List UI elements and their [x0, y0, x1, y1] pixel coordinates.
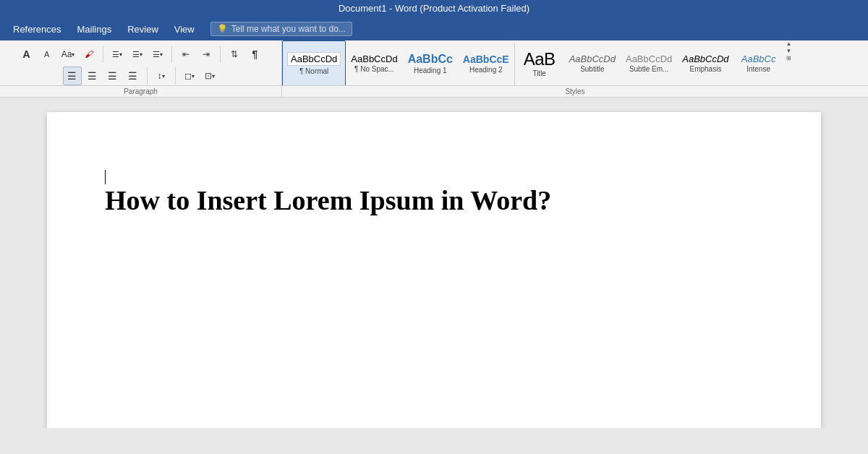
- ribbon: A A Aa ▾ 🖌 ☰▾ ☰▾ ☰▾ ⇤ ⇥: [0, 40, 868, 98]
- menu-mailings[interactable]: Mailings: [69, 21, 119, 38]
- search-placeholder: Tell me what you want to do...: [231, 24, 346, 34]
- style-heading2[interactable]: AaBbCcE Heading 2: [458, 40, 514, 87]
- style-nospace[interactable]: AaBbCcDd ¶ No Spac...: [346, 40, 402, 87]
- paragraph-section: A A Aa ▾ 🖌 ☰▾ ☰▾ ☰▾ ⇤ ⇥: [0, 40, 282, 97]
- menu-references[interactable]: References: [6, 21, 68, 38]
- line-spacing-btn[interactable]: ↕▾: [152, 67, 171, 85]
- search-box[interactable]: 💡 Tell me what you want to do...: [210, 22, 352, 36]
- style-intense-label: Intense: [746, 65, 770, 73]
- style-subtitle[interactable]: AaBbCcDd Subtitle: [564, 40, 621, 87]
- style-intense-preview: AaBbCc: [741, 54, 776, 64]
- style-emphasis-label: Emphasis: [689, 65, 721, 73]
- style-title[interactable]: AaB Title: [515, 40, 564, 87]
- styles-area: AaBbCcDd ¶ Normal AaBbCcDd ¶ No Spac... …: [282, 40, 868, 97]
- menu-review[interactable]: Review: [120, 21, 166, 38]
- sep4: [147, 67, 148, 85]
- title-text: Document1 - Word (Product Activation Fai…: [339, 3, 529, 14]
- document-page[interactable]: How to Insert Lorem Ipsum in Word?: [47, 112, 821, 428]
- multilevel-list-btn[interactable]: ☰▾: [148, 45, 167, 64]
- style-h1-label: Heading 1: [414, 67, 447, 74]
- style-intense[interactable]: AaBbCc Intense: [734, 40, 783, 87]
- menu-view[interactable]: View: [167, 21, 202, 38]
- sep2: [171, 46, 172, 63]
- style-subtitle-preview: AaBbCcDd: [569, 54, 616, 64]
- style-nospace-label: ¶ No Spac...: [354, 65, 394, 73]
- style-title-preview: AaB: [524, 51, 556, 68]
- style-h2-preview: AaBbCcE: [463, 54, 509, 64]
- numbering-btn[interactable]: ☰▾: [128, 45, 147, 64]
- style-emphasis[interactable]: AaBbCcDd Emphasis: [677, 40, 733, 87]
- style-normal[interactable]: AaBbCcDd ¶ Normal: [282, 40, 346, 87]
- style-emphasis-preview: AaBbCcDd: [682, 54, 728, 64]
- borders-btn[interactable]: ⊡▾: [200, 67, 219, 85]
- shading-btn[interactable]: ◻▾: [180, 67, 199, 85]
- font-size-increase-btn[interactable]: A: [38, 45, 56, 64]
- style-subtitle-label: Subtitle: [580, 65, 604, 73]
- document-heading: How to Insert Lorem Ipsum in Word?: [105, 184, 763, 216]
- style-h2-label: Heading 2: [469, 66, 503, 74]
- align-left-btn[interactable]: ☰: [63, 67, 82, 85]
- document-container: How to Insert Lorem Ipsum in Word?: [0, 98, 868, 428]
- sort-btn[interactable]: ⇅: [225, 45, 244, 64]
- align-right-btn[interactable]: ☰: [103, 67, 122, 85]
- style-h1-preview: AaBbCc: [408, 53, 453, 65]
- sep3: [220, 46, 221, 63]
- paragraph-label: Paragraph: [0, 85, 281, 97]
- align-justify-btn[interactable]: ☰: [124, 67, 142, 85]
- style-normal-preview: AaBbCcDd: [287, 52, 341, 66]
- title-bar: Document1 - Word (Product Activation Fai…: [0, 0, 868, 17]
- styles-scroll-down[interactable]: ▼: [786, 48, 792, 55]
- styles-label: Styles: [282, 85, 868, 97]
- decrease-indent-btn[interactable]: ⇤: [176, 45, 195, 64]
- styles-scroll-up[interactable]: ▲: [786, 40, 792, 48]
- styles-expand[interactable]: ⊞: [786, 55, 792, 62]
- text-cursor: [105, 170, 106, 184]
- style-subtle-label: Subtle Em...: [629, 65, 668, 73]
- sep1: [103, 46, 103, 63]
- increase-indent-btn[interactable]: ⇥: [197, 45, 216, 64]
- font-format-btn[interactable]: Aa ▾: [58, 45, 79, 64]
- style-normal-label: ¶ Normal: [299, 67, 328, 75]
- lightbulb-icon: 💡: [217, 24, 228, 34]
- sep5: [175, 67, 176, 85]
- font-size-decrease-btn[interactable]: A: [17, 45, 36, 64]
- menu-bar: References Mailings Review View 💡 Tell m…: [0, 17, 868, 40]
- style-subtle[interactable]: AaBbCcDd Subtle Em...: [621, 40, 677, 87]
- style-subtle-preview: AaBbCcDd: [626, 54, 672, 64]
- bullets-btn[interactable]: ☰▾: [108, 45, 127, 64]
- align-center-btn[interactable]: ☰: [83, 67, 102, 85]
- style-title-label: Title: [532, 69, 546, 77]
- clear-format-btn[interactable]: 🖌: [80, 45, 98, 64]
- style-nospace-preview: AaBbCcDd: [351, 54, 397, 64]
- style-heading1[interactable]: AaBbCc Heading 1: [403, 40, 458, 87]
- pilcrow-btn[interactable]: ¶: [245, 45, 264, 64]
